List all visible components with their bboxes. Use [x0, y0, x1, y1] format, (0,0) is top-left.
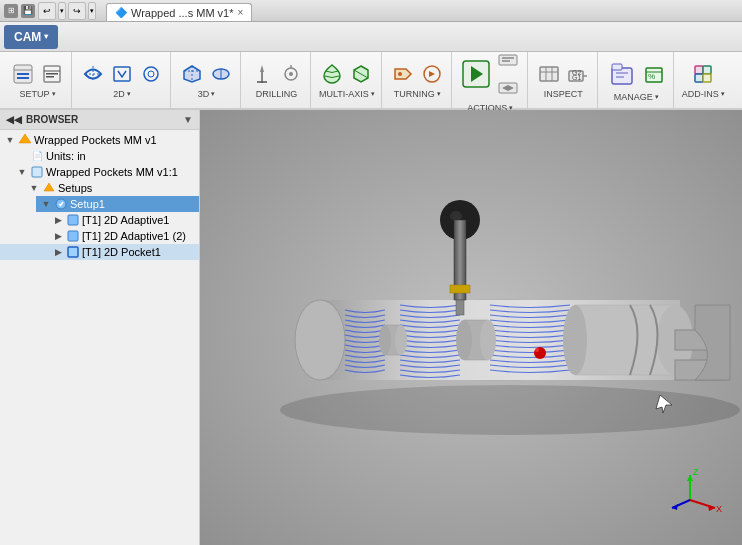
svg-point-60	[379, 325, 391, 355]
2d-icon-1[interactable]	[80, 61, 106, 87]
tab-close-button[interactable]: ×	[238, 7, 244, 18]
3d-icon-2[interactable]	[208, 61, 234, 87]
svg-point-18	[289, 72, 293, 76]
svg-rect-54	[68, 247, 78, 257]
multiaxis-icons	[319, 61, 374, 87]
tree-item-setups[interactable]: ▼ Setups	[24, 180, 199, 196]
viewport[interactable]: Z X	[200, 110, 742, 545]
toolbar-group-drilling: DRILLING	[243, 52, 311, 108]
tree-label-root: Wrapped Pockets MM v1	[34, 134, 157, 146]
tree-expand-op3[interactable]: ▶	[52, 247, 64, 257]
tree-item-units: 📄 Units: in	[12, 148, 199, 164]
2d-icon-3[interactable]	[138, 61, 164, 87]
redo-icon[interactable]: ↪	[68, 2, 86, 20]
svg-point-61	[395, 325, 407, 355]
tree-item-op3[interactable]: ▶ [T1] 2D Pocket1	[0, 244, 199, 260]
svg-rect-53	[68, 231, 78, 241]
3d-icon-1[interactable]	[179, 61, 205, 87]
setup-icon-2[interactable]	[39, 61, 65, 87]
svg-text:Z: Z	[693, 467, 699, 477]
actions-icons	[460, 47, 521, 101]
svg-rect-44	[695, 66, 703, 74]
browser-collapse-arrows[interactable]: ◀◀	[6, 114, 22, 125]
multiaxis-icon-2[interactable]	[348, 61, 374, 87]
addins-icon-1[interactable]	[690, 61, 716, 87]
tree-icon-setup1	[54, 197, 68, 211]
tree-item-op1[interactable]: ▶ [T1] 2D Adaptive1	[0, 212, 199, 228]
app-icons: ⊞ 💾 ↩ ▾ ↪ ▾	[4, 2, 96, 20]
svg-rect-52	[68, 215, 78, 225]
tree-expand-setups[interactable]: ▼	[28, 183, 40, 193]
cam-menu-button[interactable]: CAM ▾	[4, 25, 58, 49]
tree-item-component[interactable]: ▼ Wrapped Pockets MM v1:1	[12, 164, 199, 180]
tree-expand-op1[interactable]: ▶	[52, 215, 64, 225]
turning-icons	[390, 61, 445, 87]
drilling-icons	[249, 61, 304, 87]
svg-point-63	[456, 320, 472, 360]
addins-label[interactable]: ADD-INS ▾	[682, 89, 725, 99]
svg-point-66	[563, 305, 587, 375]
actions-icon-3[interactable]	[495, 75, 521, 101]
drilling-icon-1[interactable]	[249, 61, 275, 87]
drilling-icon-2[interactable]	[278, 61, 304, 87]
manage-icon-2[interactable]: %	[641, 61, 667, 87]
tree-icon-op1	[66, 213, 80, 227]
save-icon[interactable]: 💾	[21, 4, 35, 18]
tree-icon-component	[30, 165, 44, 179]
toolbar-group-addins: ADD-INS ▾	[676, 52, 731, 108]
tree-item-setup1[interactable]: ▼ Setup1	[36, 196, 199, 212]
2d-label[interactable]: 2D ▾	[113, 89, 131, 99]
tab-icon: 🔷	[115, 7, 127, 18]
multiaxis-label[interactable]: MULTI-AXIS ▾	[319, 89, 375, 99]
tree-icon-units: 📄	[30, 149, 44, 163]
document-tab[interactable]: 🔷 Wrapped ...s MM v1* ×	[106, 3, 252, 21]
svg-rect-38	[612, 64, 622, 70]
turning-label[interactable]: TURNING ▾	[394, 89, 441, 99]
actions-icon-1[interactable]	[460, 58, 492, 90]
actions-icon-2[interactable]	[495, 47, 521, 73]
3d-label[interactable]: 3D ▾	[198, 89, 216, 99]
svg-rect-7	[46, 76, 54, 78]
svg-rect-45	[703, 66, 711, 74]
tree-icon-op2	[66, 229, 80, 243]
manage-icon-1[interactable]	[606, 58, 638, 90]
manage-label[interactable]: MANAGE ▾	[614, 92, 659, 102]
inspect-icon-1[interactable]	[536, 61, 562, 87]
multiaxis-icon-1[interactable]	[319, 61, 345, 87]
setup-label[interactable]: SETUP ▾	[19, 89, 55, 99]
setup-icon-1[interactable]	[10, 61, 36, 87]
svg-point-58	[295, 300, 345, 380]
title-bar: ⊞ 💾 ↩ ▾ ↪ ▾ 🔷 Wrapped ...s MM v1* ×	[0, 0, 742, 22]
tab-label: Wrapped ...s MM v1*	[131, 7, 234, 19]
toolbar-group-actions: ACTIONS ▾	[454, 52, 528, 108]
tree-expand-root[interactable]: ▼	[4, 135, 16, 145]
toolbar-group-manage: % MANAGE ▾	[600, 52, 674, 108]
cam-label: CAM	[14, 30, 41, 44]
inspect-icons: G1 G2	[536, 61, 591, 87]
svg-rect-3	[17, 77, 29, 79]
undo-icon[interactable]: ↩	[38, 2, 56, 20]
inspect-icon-2[interactable]: G1 G2	[565, 61, 591, 87]
tree-item-root[interactable]: ▼ Wrapped Pockets MM v1	[0, 132, 199, 148]
tree-icon-root	[18, 133, 32, 147]
tree-label-op1: [T1] 2D Adaptive1	[82, 214, 169, 226]
tree-icon-op3	[66, 245, 80, 259]
tree-label-op2: [T1] 2D Adaptive1 (2)	[82, 230, 186, 242]
tab-bar: 🔷 Wrapped ...s MM v1* ×	[106, 0, 254, 21]
tree-item-op2[interactable]: ▶ [T1] 2D Adaptive1 (2)	[0, 228, 199, 244]
turning-icon-2[interactable]	[419, 61, 445, 87]
svg-text:X: X	[716, 504, 722, 514]
2d-icons	[80, 61, 164, 87]
svg-point-77	[535, 348, 539, 352]
content-area: ◀◀ BROWSER ▼ ▼ Wrapped Pockets MM v1 📄	[0, 110, 742, 545]
addins-icons	[690, 61, 716, 87]
tree-expand-component[interactable]: ▼	[16, 167, 28, 177]
turning-icon-1[interactable]	[390, 61, 416, 87]
browser-tree: ▼ Wrapped Pockets MM v1 📄 Units: in ▼	[0, 130, 199, 545]
tree-expand-op2[interactable]: ▶	[52, 231, 64, 241]
2d-icon-2[interactable]	[109, 61, 135, 87]
browser-options-button[interactable]: ▼	[183, 114, 193, 125]
svg-rect-10	[114, 67, 130, 81]
tree-expand-setup1[interactable]: ▼	[40, 199, 52, 209]
svg-rect-46	[695, 74, 703, 82]
